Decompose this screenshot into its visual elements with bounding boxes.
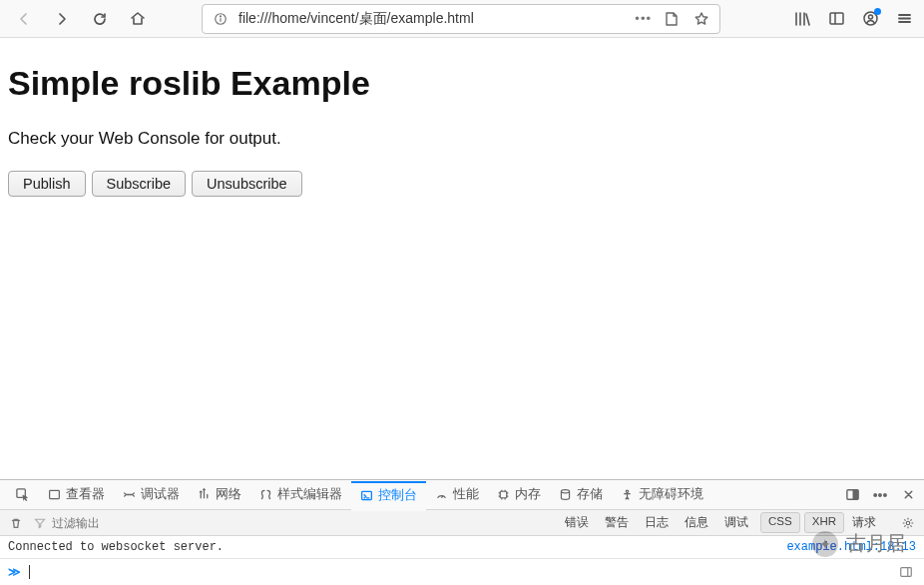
svg-point-18 xyxy=(561,490,569,493)
subscribe-button[interactable]: Subscribe xyxy=(92,171,186,197)
tab-memory-label: 内存 xyxy=(515,486,541,503)
tab-console[interactable]: 控制台 xyxy=(351,481,426,511)
pick-element-button[interactable] xyxy=(6,481,39,511)
devtools-more-icon[interactable]: ••• xyxy=(870,485,890,505)
info-icon[interactable] xyxy=(211,9,231,29)
filter-error[interactable]: 错误 xyxy=(557,512,597,533)
tab-console-label: 控制台 xyxy=(378,487,417,504)
svg-point-10 xyxy=(868,15,872,19)
filter-css[interactable]: CSS xyxy=(760,512,800,533)
console-input-row[interactable]: ≫ xyxy=(0,559,924,585)
tab-styleeditor[interactable]: 样式编辑器 xyxy=(250,481,351,511)
reader-view-icon[interactable] xyxy=(662,9,682,29)
tab-storage[interactable]: 存储 xyxy=(550,481,612,511)
tab-network-label: 网络 xyxy=(216,486,241,503)
watermark: ✦ 古月居 xyxy=(812,530,906,557)
filter-log[interactable]: 日志 xyxy=(637,512,677,533)
url-input[interactable] xyxy=(238,11,627,27)
devtools-tabs: 查看器 调试器 网络 样式编辑器 控制台 性能 内存 存储 xyxy=(0,480,924,510)
tab-debugger[interactable]: 调试器 xyxy=(114,481,189,511)
filter-warn[interactable]: 警告 xyxy=(597,512,637,533)
svg-point-19 xyxy=(626,490,628,492)
menu-icon[interactable] xyxy=(894,9,914,29)
filter-info[interactable]: 信息 xyxy=(677,512,716,533)
back-button[interactable] xyxy=(10,5,38,33)
tab-accessibility-label: 无障碍环境 xyxy=(639,486,703,503)
tab-memory[interactable]: 内存 xyxy=(488,481,550,511)
reload-button[interactable] xyxy=(86,5,114,33)
page-content: Simple roslib Example Check your Web Con… xyxy=(0,38,924,479)
tab-inspector[interactable]: 查看器 xyxy=(39,481,114,511)
console-prompt-icon: ≫ xyxy=(8,565,21,580)
url-right-icons: ••• xyxy=(635,9,711,29)
tab-storage-label: 存储 xyxy=(577,486,603,503)
svg-rect-23 xyxy=(901,568,912,577)
button-row: Publish Subscribe Unsubscribe xyxy=(8,171,916,197)
account-icon[interactable] xyxy=(860,9,880,29)
console-log-message: Connected to websocket server. xyxy=(8,540,224,554)
publish-button[interactable]: Publish xyxy=(8,171,86,197)
tab-performance[interactable]: 性能 xyxy=(426,481,488,511)
page-heading: Simple roslib Example xyxy=(8,64,916,103)
url-bar[interactable]: ••• xyxy=(202,4,720,34)
watermark-icon: ✦ xyxy=(812,531,838,557)
filter-icon xyxy=(34,517,46,529)
svg-rect-15 xyxy=(50,490,60,498)
tab-accessibility[interactable]: 无障碍环境 xyxy=(612,481,712,511)
svg-rect-17 xyxy=(500,491,507,498)
tab-network[interactable]: 网络 xyxy=(189,481,250,511)
page-subtext: Check your Web Console for output. xyxy=(8,129,916,149)
bookmark-star-icon[interactable] xyxy=(692,9,711,29)
console-log-row: Connected to websocket server. example.h… xyxy=(0,536,924,559)
sidebar-icon[interactable] xyxy=(826,9,846,29)
devtools-dock-icon[interactable] xyxy=(842,485,862,505)
console-filter-input[interactable] xyxy=(52,516,251,530)
toolbar-right xyxy=(792,9,914,29)
devtools-close-icon[interactable] xyxy=(898,485,918,505)
tab-inspector-label: 查看器 xyxy=(66,486,105,503)
console-caret xyxy=(29,565,30,579)
console-filter-row: 错误 警告 日志 信息 调试 CSS XHR 请求 xyxy=(0,510,924,536)
devtools-panel: 查看器 调试器 网络 样式编辑器 控制台 性能 内存 存储 xyxy=(0,479,924,585)
svg-point-2 xyxy=(221,15,222,16)
svg-rect-7 xyxy=(830,13,843,24)
page-actions-icon[interactable]: ••• xyxy=(635,11,652,26)
notification-dot-icon xyxy=(874,8,881,15)
browser-toolbar: ••• xyxy=(0,0,924,38)
forward-button[interactable] xyxy=(48,5,76,33)
home-button[interactable] xyxy=(124,5,152,33)
svg-rect-21 xyxy=(852,490,858,499)
unsubscribe-button[interactable]: Unsubscribe xyxy=(192,171,302,197)
filter-debug[interactable]: 调试 xyxy=(716,512,756,533)
tab-styleeditor-label: 样式编辑器 xyxy=(277,486,342,503)
console-layout-icon[interactable] xyxy=(896,562,916,582)
watermark-text: 古月居 xyxy=(846,530,906,557)
library-icon[interactable] xyxy=(792,9,812,29)
tab-performance-label: 性能 xyxy=(453,486,479,503)
tab-debugger-label: 调试器 xyxy=(141,486,180,503)
svg-point-22 xyxy=(906,521,910,525)
svg-line-6 xyxy=(806,14,809,25)
devtools-right-icons: ••• xyxy=(842,485,918,505)
clear-console-icon[interactable] xyxy=(6,513,26,533)
console-filter-input-wrap xyxy=(34,516,549,530)
